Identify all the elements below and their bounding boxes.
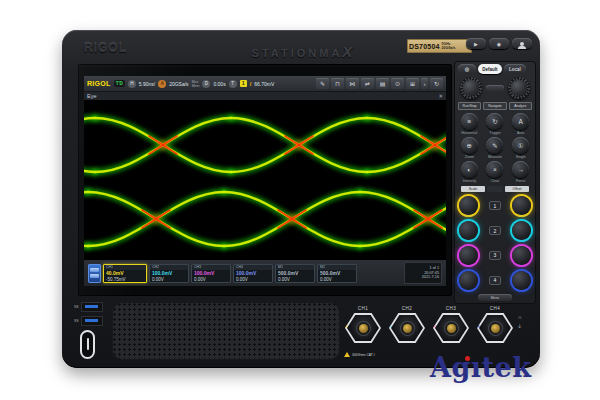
trigger-level-value[interactable]: 66.70mV — [254, 81, 274, 87]
ch1-select-button[interactable]: 1 — [489, 201, 501, 210]
offset-header-button[interactable]: Offset — [505, 186, 529, 192]
memory-depth: Max Mem — [192, 80, 200, 88]
bnc-connector-icon[interactable] — [345, 313, 381, 343]
ch3-select-button[interactable]: 3 — [489, 251, 501, 260]
multipurpose-knob-a[interactable] — [460, 77, 482, 99]
ch4-color-tab — [473, 321, 480, 331]
scale-header-button[interactable]: Scale — [461, 186, 485, 192]
bnc-ch2[interactable]: CH2 — [387, 306, 427, 343]
touch-icon: ◉ — [497, 41, 501, 47]
touch-lock-button[interactable]: ◉ — [489, 38, 509, 49]
horizontal-menu-icon[interactable]: H — [128, 80, 136, 88]
bnc-ch3[interactable]: CH3 — [431, 306, 471, 343]
function-button-grid: ≡Horizontal ↻Trigger AAuto ⊕Zoom ✎Measur… — [458, 113, 532, 183]
voltage-warning: 300Vrms CAT I — [344, 352, 375, 357]
trigger-button[interactable]: ↻Trigger — [486, 113, 503, 135]
clear-button[interactable]: ×Clear — [486, 161, 503, 183]
ch1-color-tab — [341, 321, 348, 331]
usb-ports: SS SS — [74, 302, 103, 326]
ground-icon: ⏚ — [518, 323, 522, 329]
cursor-pencil-icon[interactable]: ✎ — [316, 78, 329, 89]
math-status-m2[interactable]: M2 500.0mV 0.00V — [317, 264, 357, 283]
trigger-menu-icon[interactable]: T — [229, 80, 237, 88]
bnc-ch4[interactable]: CH4 — [475, 306, 515, 343]
math-status-m1[interactable]: M1 500.0mV 0.00V — [275, 264, 315, 283]
default-button[interactable]: Default — [478, 64, 502, 74]
ch4-select-button[interactable]: 4 — [489, 276, 501, 285]
menu-pill-button[interactable]: Menu — [478, 294, 512, 301]
ch3-scale-knob[interactable] — [459, 246, 478, 265]
horizontal-button[interactable]: ≡Horizontal — [461, 113, 478, 135]
model-number: DS70504 — [409, 43, 440, 50]
ch2-select-button[interactable]: 2 — [489, 226, 501, 235]
zoom-button[interactable]: ⊕Zoom — [461, 137, 478, 159]
timebase-value[interactable]: 5.90ns/ — [139, 81, 155, 87]
ch1-scale-knob[interactable] — [459, 196, 478, 215]
model-samplerate: 20GSa/s — [442, 46, 456, 50]
bnc-connector-icon[interactable] — [389, 313, 425, 343]
trigger-slope-icon: / — [250, 81, 252, 87]
force-button[interactable]: →Force — [512, 161, 529, 183]
run-pause-button[interactable]: ▶ — [466, 38, 486, 49]
channel-status-ch3[interactable]: CH3 100.0mV 0.00V — [191, 264, 231, 283]
delay-menu-icon[interactable]: D — [202, 80, 210, 88]
eye-diagram-svg — [84, 100, 446, 260]
acquire-menu-icon[interactable]: A — [158, 80, 166, 88]
ch2-scale-knob[interactable] — [459, 221, 478, 240]
rigol-screen-logo: RIGOL — [87, 80, 111, 87]
auto-button[interactable]: AAuto — [512, 113, 529, 135]
multipurpose-knob-b[interactable] — [508, 77, 530, 99]
channel-header-divider — [487, 186, 503, 192]
ch4-scale-knob[interactable] — [459, 271, 478, 290]
knob-select-button[interactable] — [486, 85, 504, 92]
usb-label-1: SS — [74, 305, 79, 309]
acquire-icon[interactable] — [88, 264, 101, 283]
page: RIGOL STATIONMAX DS70504 5GHz 20GSa/s ▶ … — [0, 0, 600, 400]
xy-icon[interactable]: ⋈ — [346, 78, 359, 89]
bnc-connector-icon[interactable] — [477, 313, 513, 343]
sample-rate-value: 20GSa/s — [169, 81, 188, 87]
local-button[interactable]: Local — [504, 64, 526, 74]
ch2-offset-knob[interactable] — [512, 221, 531, 240]
navigate-button[interactable]: Navigate — [483, 102, 506, 110]
ch3-color-tab — [429, 321, 436, 331]
probe-icon[interactable]: ⊓ — [331, 78, 344, 89]
ch3-offset-knob[interactable] — [512, 246, 531, 265]
usb-port-1[interactable] — [81, 302, 103, 312]
user-icon — [520, 42, 524, 46]
analyze-button[interactable]: Analyze — [509, 102, 532, 110]
user-button[interactable] — [512, 38, 532, 49]
horizontal-offset-value[interactable]: 0.00s — [213, 81, 225, 87]
grid-icon[interactable]: ⊞ — [406, 78, 419, 89]
ch1-offset-knob[interactable] — [512, 196, 531, 215]
channel-status-ch4[interactable]: CH4 100.0mV 0.00V — [233, 264, 273, 283]
measure-button[interactable]: ✎Measure — [486, 137, 503, 159]
ch4-offset-knob[interactable] — [512, 271, 531, 290]
chevron-icon[interactable]: › — [421, 78, 428, 89]
bnc-ch1[interactable]: CH1 — [343, 306, 383, 343]
headphone-icon: ∩ — [518, 314, 522, 320]
bnc-connector-row: CH1 CH2 CH3 CH4 — [343, 306, 515, 343]
eye-window-titlebar: Eye ✕ — [84, 91, 446, 100]
power-button[interactable] — [80, 330, 95, 359]
single-button[interactable]: ①Single — [512, 137, 529, 159]
refresh-icon[interactable]: ↻ — [430, 78, 443, 89]
stationmax-text: STATIONMA — [252, 47, 343, 59]
channel-status-ch1[interactable]: CH1 40.0mV -50.75mV — [103, 264, 147, 283]
toolbar-icon-group: ✎ ⊓ ⋈ ⇄ ▤ ⊙ ⊞ › ↻ — [316, 78, 443, 89]
trigger-source-badge[interactable]: 1 — [240, 80, 247, 87]
list-icon[interactable]: ▤ — [376, 78, 389, 89]
play-icon: ▶ — [474, 41, 478, 47]
gear-icon[interactable]: ⊙ — [391, 78, 404, 89]
snapshot-button[interactable]: ◎ — [458, 64, 476, 74]
intensity-button[interactable]: ◐Intensity — [461, 161, 478, 183]
agitek-i-dot — [465, 356, 470, 361]
bezel-top-buttons: ▶ ◉ — [466, 38, 532, 49]
channel-status-ch2[interactable]: CH2 100.0mV 0.00V — [149, 264, 189, 283]
arrows-icon[interactable]: ⇄ — [361, 78, 374, 89]
close-icon[interactable]: ✕ — [438, 93, 443, 99]
eye-diagram-plot[interactable] — [84, 100, 446, 260]
bnc-connector-icon[interactable] — [433, 313, 469, 343]
run-stop-button[interactable]: Run/Stop — [458, 102, 481, 110]
usb-port-2[interactable] — [81, 316, 103, 326]
